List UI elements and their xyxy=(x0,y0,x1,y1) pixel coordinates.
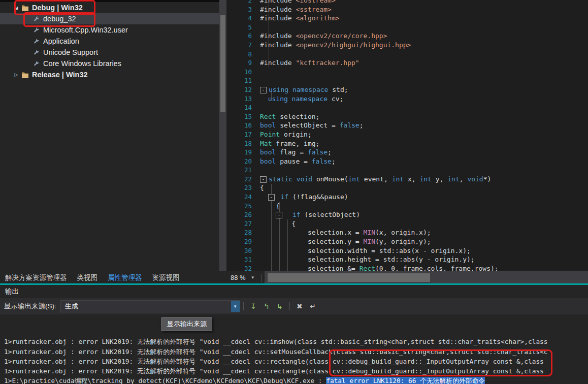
code-line[interactable]: 26 - if (selectObject) xyxy=(226,210,588,219)
code-line[interactable]: 16bool selectObject = false; xyxy=(226,121,588,130)
code-line[interactable]: 19bool flag = false; xyxy=(226,148,588,157)
line-number: 19 xyxy=(226,148,260,157)
line-number: 28 xyxy=(226,228,260,237)
code-text: #include "kcftracker.hpp" xyxy=(260,58,360,68)
scrollbar-thumb[interactable] xyxy=(268,273,430,282)
code-text: bool flag = false; xyxy=(260,148,332,157)
code-line[interactable]: 12-using namespace std; xyxy=(226,85,588,94)
line-number: 3 xyxy=(226,5,260,14)
code-line[interactable]: 11 xyxy=(226,76,588,85)
code-line[interactable]: 10 xyxy=(226,68,588,77)
code-line[interactable]: 6#include <opencv2/core/core.hpp> xyxy=(226,31,588,41)
line-number: 16 xyxy=(226,121,260,130)
clear-all-icon[interactable]: ✖ xyxy=(293,301,306,312)
output-toolbar-buttons: ↧↰↳✖↵ xyxy=(247,301,319,312)
code-line[interactable]: 15Rect selection; xyxy=(226,112,588,121)
tree-item[interactable]: Core Windows Libraries xyxy=(0,58,219,69)
property-manager-panel: ◢Debug | Win32debug_32Microsoft.Cpp.Win3… xyxy=(0,0,220,271)
code-text: #include <iostream> xyxy=(260,0,336,5)
divider xyxy=(243,302,244,310)
tab-类视图[interactable]: 类视图 xyxy=(72,273,103,282)
line-number: 11 xyxy=(226,76,260,85)
code-text: #include <opencv2/core/core.hpp> xyxy=(260,31,387,41)
line-number: 4 xyxy=(226,14,260,23)
code-line[interactable]: 30 selection.width = std::abs(x - origin… xyxy=(226,246,588,255)
scrollbar-thumb[interactable] xyxy=(220,15,225,112)
code-text: - if (selectObject) xyxy=(260,210,360,219)
next-message-icon[interactable]: ↳ xyxy=(273,301,286,312)
code-lines[interactable]: 2#include <iostream>3#include <sstream>4… xyxy=(226,0,588,271)
tab-解决方案资源管理器[interactable]: 解决方案资源管理器 xyxy=(0,273,72,282)
code-text: -using namespace std; xyxy=(260,85,348,94)
line-number: 14 xyxy=(226,103,260,112)
code-editor[interactable]: 2#include <iostream>3#include <sstream>4… xyxy=(226,0,588,271)
wrench-icon xyxy=(31,49,41,56)
output-text-area[interactable]: 1>runtracker.obj : error LNK2019: 无法解析的外… xyxy=(0,314,588,384)
collapse-region-icon[interactable]: - xyxy=(260,87,267,93)
line-number: 13 xyxy=(226,94,260,104)
code-line[interactable]: 25 { xyxy=(226,202,588,211)
divider xyxy=(261,274,262,282)
toggle-word-wrap-icon[interactable]: ↵ xyxy=(306,301,319,312)
code-line[interactable]: 8 xyxy=(226,50,588,59)
tree-item-label: Debug | Win32 xyxy=(32,4,83,12)
property-tree: ◢Debug | Win32debug_32Microsoft.Cpp.Win3… xyxy=(0,2,219,80)
code-line[interactable]: 17Point origin; xyxy=(226,130,588,139)
line-number: 7 xyxy=(226,41,260,50)
code-line[interactable]: 4#include <algorithm> xyxy=(226,14,588,23)
tab-属性管理器[interactable]: 属性管理器 xyxy=(103,273,147,282)
code-text: selection &= Rect(0, 0, frame.cols, fram… xyxy=(260,264,499,271)
code-line[interactable]: 21 xyxy=(226,166,588,175)
output-line: 1>runtracker.obj : error LNK2019: 无法解析的外… xyxy=(4,366,588,376)
code-line[interactable]: 5 xyxy=(226,23,588,32)
divider xyxy=(289,302,290,310)
tree-item[interactable]: debug_32 xyxy=(0,13,219,24)
code-line[interactable]: 14 xyxy=(226,103,588,112)
code-line[interactable]: 23{ xyxy=(226,183,588,193)
code-line[interactable]: 2#include <iostream> xyxy=(226,0,588,5)
previous-message-icon[interactable]: ↰ xyxy=(260,301,273,312)
tree-item-label: Core Windows Libraries xyxy=(43,59,121,68)
code-line[interactable]: 20bool pause = false; xyxy=(226,157,588,166)
code-line[interactable]: 31 selection.height = std::abs(y - origi… xyxy=(226,255,588,264)
code-line[interactable]: 13 using namespace cv; xyxy=(226,94,588,104)
code-line[interactable]: 22-static void onMouse(int event, int x,… xyxy=(226,175,588,184)
code-text: bool pause = false; xyxy=(260,157,336,166)
code-line[interactable]: 29 selection.y = MIN(y, origin.y); xyxy=(226,237,588,246)
code-line[interactable]: 28 selection.x = MIN(x, origin.x); xyxy=(226,228,588,237)
tree-item[interactable]: ▷Release | Win32 xyxy=(0,69,219,80)
tree-item-label: debug_32 xyxy=(43,15,76,23)
collapse-region-icon[interactable]: - xyxy=(260,176,267,183)
tree-item[interactable]: Application xyxy=(0,36,219,47)
code-line[interactable]: 27 { xyxy=(226,219,588,229)
code-line[interactable]: 18Mat frame, img; xyxy=(226,139,588,148)
code-text: selection.width = std::abs(x - origin.x)… xyxy=(260,246,471,255)
tree-item[interactable]: ◢Debug | Win32 xyxy=(0,2,219,13)
output-source-value: 生成 xyxy=(61,302,231,311)
combo-dropdown-button[interactable]: ▼ xyxy=(231,301,240,312)
output-panel-title: 输出 xyxy=(0,285,588,298)
tree-item[interactable]: Microsoft.Cpp.Win32.user xyxy=(0,24,219,36)
collapse-region-icon[interactable]: - xyxy=(268,194,275,201)
expand-icon[interactable]: ▷ xyxy=(12,72,20,77)
collapse-icon[interactable]: ◢ xyxy=(12,5,20,10)
zoom-selector[interactable]: 88 % ▼ xyxy=(226,274,258,281)
line-number: 21 xyxy=(226,166,260,175)
output-panel: 输出 显示输出来源(S): 生成 ▼ ↧↰↳✖↵ 1>runtracker.ob… xyxy=(0,285,588,384)
collapse-region-icon[interactable]: - xyxy=(276,212,282,218)
vertical-scrollbar[interactable] xyxy=(219,0,226,271)
code-line[interactable]: 9#include "kcftracker.hpp" xyxy=(226,58,588,68)
code-line[interactable]: 32 selection &= Rect(0, 0, frame.cols, f… xyxy=(226,264,588,271)
goto-message-icon[interactable]: ↧ xyxy=(247,301,260,312)
horizontal-scrollbar[interactable] xyxy=(265,271,588,284)
show-output-from-label: 显示输出来源(S): xyxy=(4,302,56,311)
tree-item-label: Release | Win32 xyxy=(32,71,88,79)
code-text: -static void onMouse(int event, int x, i… xyxy=(260,175,491,184)
output-source-combobox[interactable]: 生成 ▼ xyxy=(60,300,240,312)
code-line[interactable]: 3#include <sstream> xyxy=(226,5,588,14)
output-toolbar: 显示输出来源(S): 生成 ▼ ↧↰↳✖↵ xyxy=(0,298,588,314)
code-line[interactable]: 7#include <opencv2/highgui/highgui.hpp> xyxy=(226,41,588,50)
code-line[interactable]: 24 - if (!flag&&pause) xyxy=(226,193,588,202)
tab-资源视图[interactable]: 资源视图 xyxy=(147,273,185,282)
tree-item[interactable]: Unicode Support xyxy=(0,47,219,58)
